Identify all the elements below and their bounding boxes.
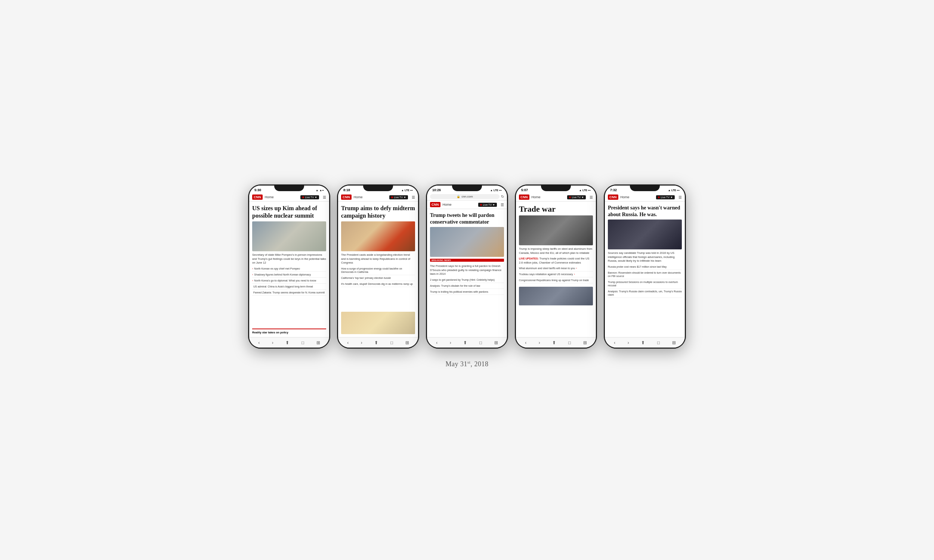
list-item: Analysis: Trump's disdain for the rule o… — [430, 284, 504, 289]
nav-live-tv-5[interactable]: Live TV ▼ — [656, 195, 675, 199]
nav-home-1[interactable]: Home — [265, 195, 274, 199]
date-label: May 31st, 2018 — [446, 360, 489, 368]
safari-bar-3: ‹ › ⬆ □ ⊞ — [427, 337, 507, 348]
list-item: Congressional Republicans lining up agai… — [519, 278, 593, 283]
cnn-nav-5: CNN Home Live TV ▼ ☰ — [605, 193, 685, 202]
list-item: Trudeau says retaliation against US nece… — [519, 272, 593, 277]
nav-hamburger-1[interactable]: ☰ — [323, 195, 326, 199]
list-item: › Shadowy figures behind North Korean di… — [252, 273, 326, 278]
safari-back-icon[interactable]: ‹ — [347, 340, 348, 345]
safari-tabs-icon[interactable]: ⊞ — [316, 340, 320, 345]
list-item: It's health care, stupid! Democrats dig … — [341, 282, 415, 287]
chevron-icon: › — [252, 279, 253, 282]
nav-hamburger-5[interactable]: ☰ — [678, 195, 682, 199]
list-item: Russia probe cost nears $17 million sinc… — [608, 265, 682, 270]
nav-live-tv-2[interactable]: Live TV ▼ — [389, 195, 408, 199]
phone-4: 5:07 ▲ LTE ▪▪▪ CNN Home Live TV ▼ ☰ — [515, 185, 597, 349]
list-item: Analysis: Trump's Russia claim contradic… — [608, 290, 682, 298]
safari-tabs-icon[interactable]: ⊞ — [672, 340, 676, 345]
safari-share-icon[interactable]: ⬆ — [375, 340, 378, 345]
safari-back-icon[interactable]: ‹ — [436, 340, 438, 345]
safari-share-icon[interactable]: ⬆ — [552, 340, 556, 345]
safari-forward-icon[interactable]: › — [628, 340, 629, 345]
nav-hamburger-2[interactable]: ☰ — [412, 195, 415, 199]
phones-container: 5:30 ▲ ▲▪▪ CNN Home Live TV ▼ ☰ — [248, 185, 686, 349]
phone-1: 5:30 ▲ ▲▪▪ CNN Home Live TV ▼ ☰ — [248, 185, 330, 349]
article-image-5 — [608, 220, 682, 249]
safari-back-icon[interactable]: ‹ — [258, 340, 260, 345]
cnn-nav-2: CNN Home Live TV ▼ ☰ — [338, 193, 418, 202]
time-3: 10:26 — [432, 188, 441, 192]
cnn-logo-3: CNN — [430, 202, 441, 207]
phone-notch-4 — [541, 185, 571, 191]
article-image-2b — [341, 312, 415, 334]
chevron-icon: › — [576, 266, 577, 270]
safari-bookmarks-icon[interactable]: □ — [479, 340, 482, 345]
time-4: 5:07 — [521, 188, 528, 192]
nav-live-tv-1[interactable]: Live TV ▼ — [301, 195, 319, 199]
headline-1: US sizes up Kim ahead of possible nuclea… — [252, 205, 326, 220]
trade-war-headline: Trade war — [519, 205, 593, 214]
chevron-icon: › — [574, 272, 575, 276]
safari-back-icon[interactable]: ‹ — [614, 340, 615, 345]
status-icons-1: ▲ ▲▪▪ — [316, 189, 324, 192]
breaking-badge-3: BREAKING NEWS — [430, 259, 504, 262]
body-text-1: Secretary of state Mike Pompeo's in-pers… — [252, 253, 326, 265]
img-placeholder-1 — [252, 222, 326, 251]
safari-forward-icon[interactable]: › — [450, 340, 451, 345]
safari-forward-icon[interactable]: › — [272, 340, 273, 345]
cnn-logo-5: CNN — [608, 194, 618, 200]
sub-list-1: › North Korean ex-spy chief met Pompeo ›… — [252, 267, 326, 296]
status-icons-3: ▲ LTE ▪▪▪ — [490, 189, 502, 192]
safari-tabs-icon[interactable]: ⊞ — [494, 340, 498, 345]
phone-wrapper-1: 5:30 ▲ ▲▪▪ CNN Home Live TV ▼ ☰ — [248, 185, 330, 349]
sub-list-5: Russia probe cost nears $17 million sinc… — [608, 265, 682, 298]
nav-hamburger-4[interactable]: ☰ — [590, 195, 593, 199]
nav-live-tv-4[interactable]: Live TV ▼ — [567, 195, 586, 199]
list-item: How a surge of progressive energy could … — [341, 267, 415, 275]
safari-share-icon[interactable]: ⬆ — [285, 340, 289, 345]
safari-bookmarks-icon[interactable]: □ — [657, 340, 660, 345]
url-bar-3[interactable]: 🔒 cnn.com — [430, 194, 499, 199]
article-image-1 — [252, 222, 326, 251]
phone-3: 10:26 ▲ LTE ▪▪▪ 🔒 cnn.com ↻ CNN Home — [426, 185, 508, 349]
safari-forward-icon[interactable]: › — [539, 340, 540, 345]
nav-home-2[interactable]: Home — [354, 195, 363, 199]
phone-content-3: Trump tweets he will pardon conservative… — [427, 209, 507, 337]
phone-wrapper-4: 5:07 ▲ LTE ▪▪▪ CNN Home Live TV ▼ ☰ — [515, 185, 597, 349]
live-updates-4: LIVE UPDATES: Trump's trade policies cou… — [519, 257, 593, 265]
safari-bookmarks-icon[interactable]: □ — [568, 340, 571, 345]
safari-bookmarks-icon[interactable]: □ — [302, 340, 304, 345]
phone-inner-4: 5:07 ▲ LTE ▪▪▪ CNN Home Live TV ▼ ☰ — [516, 186, 596, 348]
safari-share-icon[interactable]: ⬆ — [463, 340, 467, 345]
safari-tabs-icon[interactable]: ⊞ — [405, 340, 409, 345]
nav-home-4[interactable]: Home — [532, 195, 541, 199]
nav-live-dot-1 — [302, 196, 304, 198]
address-bar-3: 🔒 cnn.com ↻ — [427, 193, 507, 200]
safari-bar-2: ‹ › ⬆ □ ⊞ — [338, 337, 418, 348]
phone-content-1: US sizes up Kim ahead of possible nuclea… — [249, 202, 329, 337]
reload-icon-3[interactable]: ↻ — [501, 194, 504, 198]
phone-notch-2 — [363, 185, 393, 191]
safari-back-icon[interactable]: ‹ — [525, 340, 526, 345]
nav-hamburger-3[interactable]: ☰ — [501, 203, 504, 207]
safari-bar-1: ‹ › ⬆ □ ⊞ — [249, 337, 329, 348]
nav-live-tv-3[interactable]: Live TV ▼ — [478, 203, 497, 207]
status-icons-4: ▲ LTE ▪▪▪ — [579, 189, 591, 192]
nav-live-dot-2 — [391, 196, 393, 198]
reality-star-label: Reality star takes on policy — [252, 329, 326, 334]
phone-wrapper-5: 7:32 ▲ LTE ▪▪▪ CNN Home Live TV ▼ ☰ — [604, 185, 686, 349]
list-item: California's 'top two' primary election … — [341, 276, 415, 281]
safari-bookmarks-icon[interactable]: □ — [390, 340, 393, 345]
safari-tabs-icon[interactable]: ⊞ — [583, 340, 587, 345]
safari-share-icon[interactable]: ⬆ — [641, 340, 645, 345]
phone-wrapper-2: 8:18 ▲ LTE ▪▪▪ CNN Home Live TV ▼ ☰ — [337, 185, 419, 349]
nav-home-3[interactable]: Home — [443, 203, 452, 206]
list-item: › North Korean ex-spy chief met Pompeo — [252, 267, 326, 272]
cnn-logo-2: CNN — [341, 194, 351, 200]
safari-forward-icon[interactable]: › — [361, 340, 362, 345]
nav-home-5[interactable]: Home — [621, 195, 629, 199]
time-1: 5:30 — [254, 188, 261, 192]
phone-notch-1 — [274, 185, 304, 191]
phone-inner-1: 5:30 ▲ ▲▪▪ CNN Home Live TV ▼ ☰ — [249, 186, 329, 348]
